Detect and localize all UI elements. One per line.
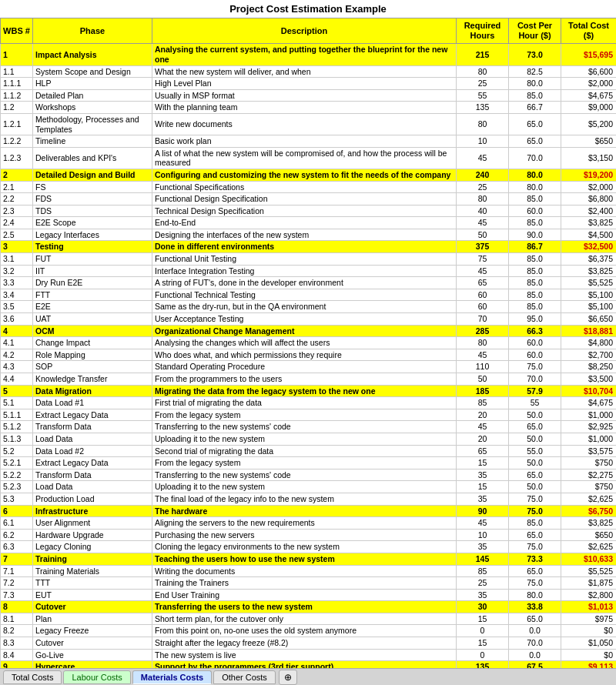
wbs-cell: 8.3 (1, 637, 33, 650)
tab-labour-costs[interactable]: Labour Costs (63, 670, 130, 684)
wbs-cell: 7.1 (1, 565, 33, 577)
total-cell: $2,700 (561, 349, 617, 361)
phase-cell: Load Data (33, 481, 152, 493)
wbs-cell: 3.5 (1, 301, 33, 313)
hours-cell: 45 (457, 265, 509, 277)
wbs-cell: 3.1 (1, 253, 33, 266)
cost-cell: 55.0 (509, 445, 561, 457)
col-header-total-cost: Total Cost ($) (561, 18, 617, 44)
hours-cell: 80 (457, 65, 509, 78)
description-cell: Write new documents (152, 113, 457, 135)
description-cell: Who does what, and which permissions the… (152, 349, 457, 361)
phase-cell: FTT (33, 289, 152, 301)
wbs-cell: 5.1.2 (1, 421, 33, 433)
hours-cell: 80 (457, 193, 509, 206)
cost-cell: 65.0 (509, 113, 561, 135)
total-cell: $6,800 (561, 193, 617, 206)
phase-cell: Load Data (33, 433, 152, 445)
description-cell: Uploading it to the new system (152, 433, 457, 445)
description-cell: Functional Unit Testing (152, 253, 457, 266)
wbs-cell: 2 (1, 169, 33, 181)
cost-cell: 70.0 (509, 637, 561, 650)
wbs-cell: 5.1.3 (1, 433, 33, 445)
phase-cell: Knowledge Transfer (33, 373, 152, 386)
tab-total-costs[interactable]: Total Costs (3, 670, 62, 684)
col-header-wbs: WBS # (1, 18, 33, 44)
hours-cell: 30 (457, 601, 509, 613)
col-header-phase: Phase (33, 18, 152, 44)
phase-cell: Data Load #2 (33, 445, 152, 457)
cost-cell: 70.0 (509, 373, 561, 386)
total-cell: $3,825 (561, 265, 617, 277)
phase-cell: IIT (33, 265, 152, 277)
wbs-cell: 4.4 (1, 373, 33, 386)
description-cell: From this point on, no-one uses the old … (152, 625, 457, 637)
table-row: 2Detailed Design and BuildConfiguring an… (1, 169, 617, 181)
description-cell: Aligning the servers to the new requirem… (152, 517, 457, 530)
tab-other-costs[interactable]: Other Costs (213, 670, 276, 684)
total-cell: $3,825 (561, 517, 617, 530)
table-row: 1.1.2Detailed PlanUsually in MSP format5… (1, 89, 617, 102)
hours-cell: 40 (457, 205, 509, 217)
table-row: 1.1System Scope and DesignWhat the new s… (1, 65, 617, 78)
cost-cell: 65.0 (509, 565, 561, 577)
hours-cell: 65 (457, 277, 509, 289)
table-row: 4.2Role MappingWho does what, and which … (1, 349, 617, 361)
phase-cell: OCM (33, 325, 152, 337)
hours-cell: 80 (457, 337, 509, 349)
phase-cell: Timeline (33, 135, 152, 148)
phase-cell: Role Mapping (33, 349, 152, 361)
hours-cell: 0 (457, 625, 509, 637)
phase-cell: System Scope and Design (33, 65, 152, 78)
table-row: 7TrainingTeaching the users how to use t… (1, 553, 617, 565)
description-cell: Organizational Change Management (152, 325, 457, 337)
cost-cell: 95.0 (509, 313, 561, 326)
total-cell: $975 (561, 613, 617, 625)
table-row: 2.2FDSFunctional Design Specification808… (1, 193, 617, 206)
total-cell: $19,200 (561, 169, 617, 181)
phase-cell: Impact Analysis (33, 44, 152, 65)
table-row: 5.1.2Transform DataTransferring to the n… (1, 421, 617, 433)
description-cell: Functional Design Specification (152, 193, 457, 206)
description-cell: High Level Plan (152, 78, 457, 90)
wbs-cell: 1.2.3 (1, 147, 33, 169)
tab-materials-costs[interactable]: Materials Costs (132, 670, 212, 684)
phase-cell: Testing (33, 241, 152, 253)
phase-cell: Data Migration (33, 385, 152, 397)
description-cell: Basic work plan (152, 135, 457, 148)
wbs-cell: 3.2 (1, 265, 33, 277)
phase-cell: Training (33, 553, 152, 565)
description-cell: Second trial of migrating the data (152, 445, 457, 457)
hours-cell: 45 (457, 421, 509, 433)
table-row: 5.1.3Load DataUploading it to the new sy… (1, 433, 617, 445)
total-cell: $6,650 (561, 313, 617, 326)
hours-cell: 15 (457, 481, 509, 493)
total-cell: $10,704 (561, 385, 617, 397)
add-sheet-button[interactable]: ⊕ (279, 670, 297, 685)
total-cell: $5,200 (561, 113, 617, 135)
description-cell: Uploading it to the new system (152, 481, 457, 493)
cost-cell: 66.7 (509, 102, 561, 114)
phase-cell: FDS (33, 193, 152, 206)
cost-cell: 85.0 (509, 89, 561, 102)
wbs-cell: 4 (1, 325, 33, 337)
phase-cell: Infrastructure (33, 505, 152, 517)
phase-cell: Legacy Interfaces (33, 229, 152, 241)
total-cell: $0 (561, 625, 617, 637)
description-cell: Analysing the changes which will affect … (152, 337, 457, 349)
wbs-cell: 5.2.2 (1, 469, 33, 481)
wbs-cell: 6 (1, 505, 33, 517)
description-cell: Migrating the data from the legacy syste… (152, 385, 457, 397)
description-cell: Purchasing the new servers (152, 529, 457, 541)
phase-cell: E2E (33, 301, 152, 313)
table-row: 5.2.3Load DataUploading it to the new sy… (1, 481, 617, 493)
wbs-cell: 8.2 (1, 625, 33, 637)
total-cell: $1,875 (561, 577, 617, 590)
cost-cell: 66.3 (509, 325, 561, 337)
table-row: 3.5E2ESame as the dry-run, but in the QA… (1, 301, 617, 313)
table-row: 6.1User AlignmentAligning the servers to… (1, 517, 617, 530)
total-cell: $3,150 (561, 147, 617, 169)
wbs-cell: 5.1 (1, 397, 33, 409)
total-cell: $2,400 (561, 205, 617, 217)
description-cell: Transferring the users to the new system (152, 601, 457, 613)
